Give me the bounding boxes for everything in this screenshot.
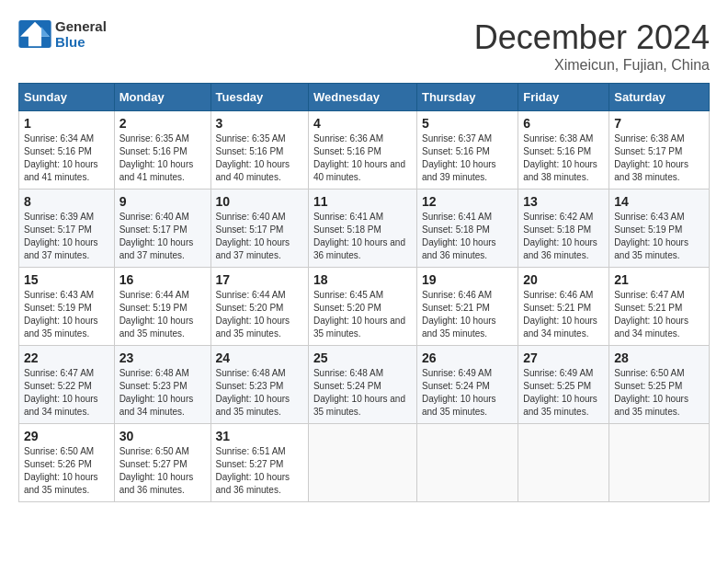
day-info: Sunrise: 6:40 AM Sunset: 5:17 PM Dayligh…: [119, 211, 206, 262]
calendar-cell: 2 Sunrise: 6:35 AM Sunset: 5:16 PM Dayli…: [114, 111, 210, 190]
day-number: 15: [24, 272, 109, 287]
day-number: 19: [422, 272, 513, 287]
day-number: 23: [119, 350, 206, 365]
day-info: Sunrise: 6:35 AM Sunset: 5:16 PM Dayligh…: [119, 132, 206, 184]
day-info: Sunrise: 6:38 AM Sunset: 5:16 PM Dayligh…: [523, 132, 604, 184]
col-tuesday: Tuesday: [210, 84, 308, 111]
col-monday: Monday: [114, 84, 210, 111]
day-info: Sunrise: 6:44 AM Sunset: 5:19 PM Dayligh…: [119, 289, 206, 340]
day-info: Sunrise: 6:47 AM Sunset: 5:22 PM Dayligh…: [24, 367, 109, 419]
calendar-cell: [518, 424, 609, 502]
logo-icon: [18, 20, 51, 48]
day-info: Sunrise: 6:39 AM Sunset: 5:17 PM Dayligh…: [24, 211, 109, 262]
day-info: Sunrise: 6:48 AM Sunset: 5:23 PM Dayligh…: [119, 367, 206, 419]
calendar-cell: 3 Sunrise: 6:35 AM Sunset: 5:16 PM Dayli…: [210, 111, 308, 190]
calendar-row: 1 Sunrise: 6:34 AM Sunset: 5:16 PM Dayli…: [19, 111, 710, 190]
day-number: 30: [119, 429, 206, 443]
day-info: Sunrise: 6:41 AM Sunset: 5:18 PM Dayligh…: [422, 211, 513, 262]
calendar-cell: 19 Sunrise: 6:46 AM Sunset: 5:21 PM Dayl…: [416, 268, 518, 346]
calendar-cell: 14 Sunrise: 6:43 AM Sunset: 5:19 PM Dayl…: [609, 190, 710, 268]
day-number: 7: [614, 116, 704, 131]
calendar-cell: 6 Sunrise: 6:38 AM Sunset: 5:16 PM Dayli…: [518, 111, 609, 190]
calendar-cell: 7 Sunrise: 6:38 AM Sunset: 5:17 PM Dayli…: [609, 111, 710, 190]
day-number: 8: [24, 194, 109, 209]
day-info: Sunrise: 6:43 AM Sunset: 5:19 PM Dayligh…: [24, 289, 109, 340]
calendar-cell: 23 Sunrise: 6:48 AM Sunset: 5:23 PM Dayl…: [114, 346, 210, 424]
calendar-cell: [416, 424, 518, 502]
day-info: Sunrise: 6:34 AM Sunset: 5:16 PM Dayligh…: [24, 132, 109, 184]
calendar-cell: 25 Sunrise: 6:48 AM Sunset: 5:24 PM Dayl…: [308, 346, 416, 424]
day-number: 29: [24, 429, 109, 443]
col-friday: Friday: [518, 84, 609, 111]
calendar-cell: 21 Sunrise: 6:47 AM Sunset: 5:21 PM Dayl…: [609, 268, 710, 346]
day-info: Sunrise: 6:35 AM Sunset: 5:16 PM Dayligh…: [216, 132, 303, 184]
calendar-cell: 27 Sunrise: 6:49 AM Sunset: 5:25 PM Dayl…: [518, 346, 609, 424]
day-number: 3: [216, 116, 303, 131]
day-number: 25: [313, 350, 412, 365]
calendar-cell: 31 Sunrise: 6:51 AM Sunset: 5:27 PM Dayl…: [210, 424, 308, 502]
calendar-cell: 15 Sunrise: 6:43 AM Sunset: 5:19 PM Dayl…: [19, 268, 115, 346]
calendar-cell: 28 Sunrise: 6:50 AM Sunset: 5:25 PM Dayl…: [609, 346, 710, 424]
day-number: 1: [24, 116, 109, 131]
day-number: 24: [216, 350, 303, 365]
col-wednesday: Wednesday: [308, 84, 416, 111]
logo-text: General Blue: [55, 18, 107, 50]
calendar-row: 29 Sunrise: 6:50 AM Sunset: 5:26 PM Dayl…: [19, 424, 710, 502]
day-info: Sunrise: 6:38 AM Sunset: 5:17 PM Dayligh…: [614, 132, 704, 184]
day-info: Sunrise: 6:50 AM Sunset: 5:27 PM Dayligh…: [119, 445, 206, 497]
day-number: 14: [614, 194, 704, 209]
calendar-cell: 5 Sunrise: 6:37 AM Sunset: 5:16 PM Dayli…: [416, 111, 518, 190]
header-row: Sunday Monday Tuesday Wednesday Thursday…: [19, 84, 710, 111]
col-saturday: Saturday: [609, 84, 710, 111]
calendar-cell: 13 Sunrise: 6:42 AM Sunset: 5:18 PM Dayl…: [518, 190, 609, 268]
calendar-cell: [609, 424, 710, 502]
day-info: Sunrise: 6:37 AM Sunset: 5:16 PM Dayligh…: [422, 132, 513, 184]
day-number: 9: [119, 194, 206, 209]
title-section: December 2024 Ximeicun, Fujian, China: [474, 18, 710, 74]
calendar-cell: 11 Sunrise: 6:41 AM Sunset: 5:18 PM Dayl…: [308, 190, 416, 268]
calendar-cell: 1 Sunrise: 6:34 AM Sunset: 5:16 PM Dayli…: [19, 111, 115, 190]
logo: General Blue: [18, 18, 107, 50]
calendar-cell: 9 Sunrise: 6:40 AM Sunset: 5:17 PM Dayli…: [114, 190, 210, 268]
calendar-cell: 20 Sunrise: 6:46 AM Sunset: 5:21 PM Dayl…: [518, 268, 609, 346]
day-number: 27: [523, 350, 604, 365]
calendar-cell: 10 Sunrise: 6:40 AM Sunset: 5:17 PM Dayl…: [210, 190, 308, 268]
page-header: General Blue December 2024 Ximeicun, Fuj…: [18, 18, 710, 74]
day-info: Sunrise: 6:43 AM Sunset: 5:19 PM Dayligh…: [614, 211, 704, 262]
calendar-cell: 12 Sunrise: 6:41 AM Sunset: 5:18 PM Dayl…: [416, 190, 518, 268]
day-number: 20: [523, 272, 604, 287]
day-number: 6: [523, 116, 604, 131]
day-number: 16: [119, 272, 206, 287]
day-number: 22: [24, 350, 109, 365]
day-info: Sunrise: 6:49 AM Sunset: 5:24 PM Dayligh…: [422, 367, 513, 419]
calendar-cell: 8 Sunrise: 6:39 AM Sunset: 5:17 PM Dayli…: [19, 190, 115, 268]
day-info: Sunrise: 6:48 AM Sunset: 5:24 PM Dayligh…: [313, 367, 412, 419]
day-number: 11: [313, 194, 412, 209]
col-sunday: Sunday: [19, 84, 115, 111]
calendar-cell: 16 Sunrise: 6:44 AM Sunset: 5:19 PM Dayl…: [114, 268, 210, 346]
calendar-cell: 22 Sunrise: 6:47 AM Sunset: 5:22 PM Dayl…: [19, 346, 115, 424]
day-number: 21: [614, 272, 704, 287]
day-number: 5: [422, 116, 513, 131]
calendar-row: 22 Sunrise: 6:47 AM Sunset: 5:22 PM Dayl…: [19, 346, 710, 424]
day-number: 17: [216, 272, 303, 287]
day-number: 18: [313, 272, 412, 287]
calendar-cell: 17 Sunrise: 6:44 AM Sunset: 5:20 PM Dayl…: [210, 268, 308, 346]
day-info: Sunrise: 6:46 AM Sunset: 5:21 PM Dayligh…: [523, 289, 604, 340]
day-info: Sunrise: 6:47 AM Sunset: 5:21 PM Dayligh…: [614, 289, 704, 340]
day-info: Sunrise: 6:42 AM Sunset: 5:18 PM Dayligh…: [523, 211, 604, 262]
day-number: 10: [216, 194, 303, 209]
calendar-cell: 29 Sunrise: 6:50 AM Sunset: 5:26 PM Dayl…: [19, 424, 115, 502]
calendar-row: 8 Sunrise: 6:39 AM Sunset: 5:17 PM Dayli…: [19, 190, 710, 268]
day-info: Sunrise: 6:41 AM Sunset: 5:18 PM Dayligh…: [313, 211, 412, 262]
day-info: Sunrise: 6:50 AM Sunset: 5:25 PM Dayligh…: [614, 367, 704, 419]
day-number: 12: [422, 194, 513, 209]
calendar-cell: 26 Sunrise: 6:49 AM Sunset: 5:24 PM Dayl…: [416, 346, 518, 424]
day-info: Sunrise: 6:44 AM Sunset: 5:20 PM Dayligh…: [216, 289, 303, 340]
calendar-table: Sunday Monday Tuesday Wednesday Thursday…: [18, 83, 710, 502]
calendar-cell: 4 Sunrise: 6:36 AM Sunset: 5:16 PM Dayli…: [308, 111, 416, 190]
col-thursday: Thursday: [416, 84, 518, 111]
day-number: 26: [422, 350, 513, 365]
calendar-cell: [308, 424, 416, 502]
day-number: 4: [313, 116, 412, 131]
